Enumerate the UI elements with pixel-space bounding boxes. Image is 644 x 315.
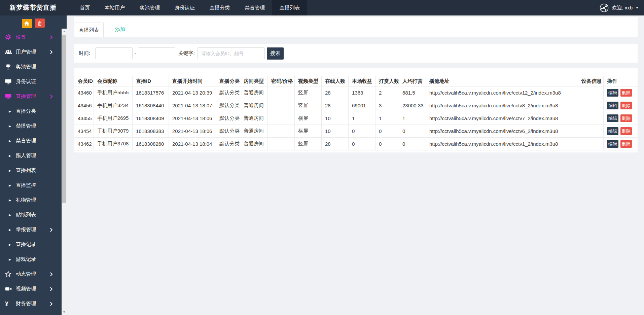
user-menu[interactable]: 欢迎, xxb ▼ xyxy=(600,0,639,15)
column-header: 直播分类 xyxy=(216,76,240,86)
range-separator: - xyxy=(135,51,136,56)
sidebar-item[interactable]: 设置 xyxy=(0,30,62,45)
chevron-right-icon xyxy=(50,287,53,291)
edit-button[interactable]: 编辑 xyxy=(607,140,618,148)
monitor-icon xyxy=(5,93,14,100)
tab-add[interactable]: 添加 xyxy=(115,22,125,37)
table-panel: 会员ID会员昵称直播ID直播开始时间直播分类房间类型密码/价格视频类型在线人数本… xyxy=(74,68,638,152)
delete-button[interactable]: 删除 xyxy=(620,114,632,122)
table-cell: 0 xyxy=(375,138,399,150)
delete-button[interactable]: 删除 xyxy=(620,102,632,109)
scroll-up-arrow[interactable]: ▲ xyxy=(62,29,67,34)
chevron-right-icon xyxy=(50,302,53,306)
table-cell: 普通房间 xyxy=(240,138,268,150)
edit-button[interactable]: 编辑 xyxy=(607,89,618,97)
column-header: 会员ID xyxy=(74,76,94,86)
topnav-item[interactable]: 本站用户 xyxy=(97,0,132,15)
edit-button[interactable]: 编辑 xyxy=(607,127,618,135)
time-label: 时间: xyxy=(79,50,90,57)
table-cell: 1363 xyxy=(349,86,375,99)
table-cell: http://cctvalih5ca.v.myalicdn.com/live/c… xyxy=(426,138,578,150)
topnav-item-active[interactable]: 直播列表 xyxy=(272,0,307,15)
live-table: 会员ID会员昵称直播ID直播开始时间直播分类房间类型密码/价格视频类型在线人数本… xyxy=(74,76,638,150)
sidebar-item[interactable]: 身份认证 xyxy=(0,74,62,89)
sidebar-item[interactable]: ▶直播列表 xyxy=(0,163,62,178)
chevron-right-icon xyxy=(50,35,53,39)
table-cell: 手机用户3708 xyxy=(94,138,133,150)
keyword-input[interactable] xyxy=(198,47,265,59)
table-cell: 默认分类 xyxy=(216,112,240,125)
table-cell: 默认分类 xyxy=(216,138,240,150)
edit-button[interactable]: 编辑 xyxy=(607,102,618,109)
sidebar-item[interactable]: ▶礼物管理 xyxy=(0,193,62,208)
scrollbar-thumb[interactable] xyxy=(62,35,66,203)
table-cell: 默认分类 xyxy=(216,99,240,112)
table-cell: 0 xyxy=(349,138,375,150)
table-cell: 43456 xyxy=(74,99,94,112)
sidebar-item[interactable]: ▶直播监控 xyxy=(0,178,62,193)
actions-cell: 编辑删除 xyxy=(604,138,638,150)
table-cell: 竖屏 xyxy=(295,86,322,99)
edit-button[interactable]: 编辑 xyxy=(607,114,618,122)
yen-icon: ¥ xyxy=(5,301,14,307)
table-cell: 10 xyxy=(322,112,349,125)
delete-button[interactable]: 删除 xyxy=(620,140,632,148)
column-header: 房间类型 xyxy=(240,76,268,86)
table-cell: 1618308440 xyxy=(133,99,169,112)
table-row: 43455手机用户269516183084092021-04-13 18:06默… xyxy=(74,112,638,125)
table-cell: 2021-04-13 18:04 xyxy=(169,138,216,150)
table-cell xyxy=(578,86,604,99)
welcome-text: 欢迎, xxb xyxy=(612,5,633,11)
triangle-right-icon: ▶ xyxy=(9,243,11,246)
table-cell: 69001 xyxy=(349,99,375,112)
sidebar-item[interactable]: 用户管理 xyxy=(0,45,62,60)
table-cell: http://cctvalih5ca.v.myalicdn.com/live/c… xyxy=(426,99,578,112)
column-header: 操作 xyxy=(604,76,638,86)
sidebar-item[interactable]: ▶禁言管理 xyxy=(0,134,62,148)
table-cell: 43462 xyxy=(74,138,94,150)
tab-live-list[interactable]: 直播列表 xyxy=(74,23,104,37)
sidebar-item[interactable]: ▶禁播管理 xyxy=(0,119,62,134)
table-cell: 43455 xyxy=(74,112,94,125)
time-end-input[interactable] xyxy=(138,47,175,59)
topnav-item[interactable]: 身份认证 xyxy=(167,0,202,15)
sidebar-scrollbar[interactable]: ▲ ▼ xyxy=(62,29,67,315)
topnav-item[interactable]: 首页 xyxy=(72,0,97,15)
table-cell: 681.5 xyxy=(399,86,426,99)
delete-button[interactable]: 删除 xyxy=(620,89,632,97)
search-button[interactable]: 搜索 xyxy=(267,47,284,60)
topnav-item[interactable]: 直播分类 xyxy=(202,0,237,15)
triangle-right-icon: ▶ xyxy=(9,154,11,158)
sidebar-item[interactable]: 直播管理 xyxy=(0,89,62,104)
sidebar-item-label: 财务管理 xyxy=(16,301,36,307)
sidebar-item[interactable]: ¥财务管理 xyxy=(0,296,62,311)
sidebar-item[interactable]: 视频管理 xyxy=(0,282,62,296)
sidebar-item[interactable]: ▶直播记录 xyxy=(0,237,62,252)
scroll-down-arrow[interactable]: ▼ xyxy=(62,309,67,315)
sidebar-item[interactable]: ▶直播分类 xyxy=(0,104,62,119)
sidebar-item[interactable]: ▶游戏记录 xyxy=(0,252,62,267)
actions-cell: 编辑删除 xyxy=(604,125,638,138)
sidebar-item[interactable]: ▶举报管理 xyxy=(0,222,62,237)
table-cell xyxy=(268,125,295,138)
tab-bar: 直播列表 添加 xyxy=(74,17,638,37)
sidebar-toolbar xyxy=(0,15,67,28)
table-cell: 2021-04-13 18:06 xyxy=(169,125,216,138)
time-start-input[interactable] xyxy=(95,47,133,59)
sidebar-item[interactable]: 奖池管理 xyxy=(0,60,62,74)
sidebar-item-label: 禁言管理 xyxy=(16,138,36,144)
trophy-icon xyxy=(5,64,14,70)
topnav-item[interactable]: 禁言管理 xyxy=(237,0,272,15)
sidebar-item[interactable]: 动态管理 xyxy=(0,267,62,282)
monitor-icon xyxy=(5,78,14,85)
table-cell: 43454 xyxy=(74,125,94,138)
table-cell: 28 xyxy=(322,99,349,112)
sidebar-item-label: 禁播管理 xyxy=(16,123,36,129)
table-cell: 1618308383 xyxy=(133,125,169,138)
delete-button[interactable]: 删除 xyxy=(620,127,632,135)
topnav-item[interactable]: 奖池管理 xyxy=(132,0,167,15)
sidebar-item[interactable]: ▶踢人管理 xyxy=(0,148,62,163)
trash-button[interactable] xyxy=(35,19,45,28)
home-button[interactable] xyxy=(22,19,32,28)
sidebar-item[interactable]: ▶贴纸列表 xyxy=(0,208,62,222)
